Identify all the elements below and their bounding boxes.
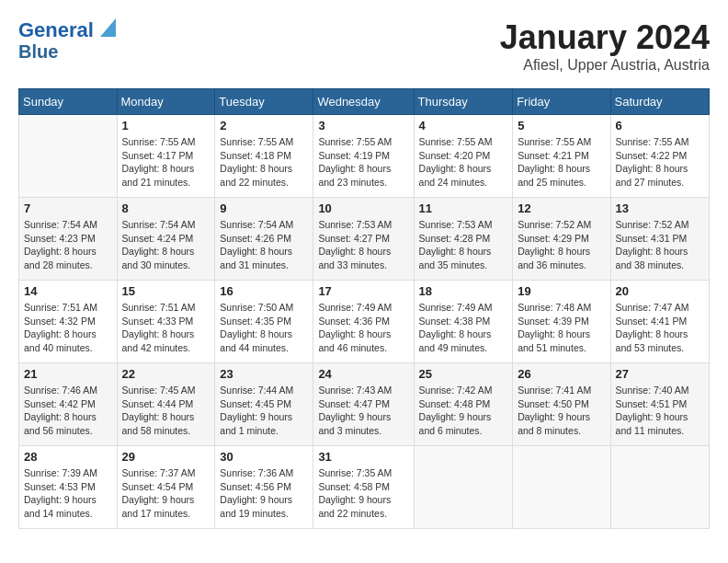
calendar-cell: 7Sunrise: 7:54 AMSunset: 4:23 PMDaylight… — [19, 198, 118, 281]
col-header-sunday: Sunday — [19, 89, 118, 115]
calendar-cell: 13Sunrise: 7:52 AMSunset: 4:31 PMDayligh… — [610, 198, 709, 281]
calendar-cell: 1Sunrise: 7:55 AMSunset: 4:17 PMDaylight… — [117, 115, 215, 198]
calendar-cell: 19Sunrise: 7:48 AMSunset: 4:39 PMDayligh… — [513, 281, 610, 363]
month-title: January 2024 — [500, 18, 710, 57]
calendar-cell: 26Sunrise: 7:41 AMSunset: 4:50 PMDayligh… — [513, 363, 610, 446]
day-info: Sunrise: 7:39 AMSunset: 4:53 PMDaylight:… — [24, 466, 112, 521]
logo: General Blue — [18, 18, 116, 61]
day-info: Sunrise: 7:42 AMSunset: 4:48 PMDaylight:… — [419, 384, 508, 438]
svg-marker-0 — [100, 18, 116, 37]
calendar-cell: 6Sunrise: 7:55 AMSunset: 4:22 PMDaylight… — [610, 115, 709, 198]
day-number: 25 — [419, 367, 508, 381]
day-number: 27 — [616, 367, 704, 381]
calendar-week-row: 1Sunrise: 7:55 AMSunset: 4:17 PMDaylight… — [19, 115, 710, 198]
logo-text: General — [18, 20, 94, 40]
col-header-monday: Monday — [117, 89, 215, 115]
calendar-cell: 25Sunrise: 7:42 AMSunset: 4:48 PMDayligh… — [414, 363, 513, 446]
calendar-cell: 2Sunrise: 7:55 AMSunset: 4:18 PMDaylight… — [215, 115, 313, 198]
calendar-cell — [513, 446, 610, 529]
calendar-cell — [19, 115, 118, 198]
title-block: January 2024 Afiesl, Upper Austria, Aust… — [500, 18, 710, 74]
day-info: Sunrise: 7:53 AMSunset: 4:27 PMDaylight:… — [318, 218, 408, 272]
calendar-cell: 8Sunrise: 7:54 AMSunset: 4:24 PMDaylight… — [117, 198, 215, 281]
day-info: Sunrise: 7:55 AMSunset: 4:20 PMDaylight:… — [419, 135, 508, 190]
day-info: Sunrise: 7:52 AMSunset: 4:29 PMDaylight:… — [518, 218, 605, 272]
day-info: Sunrise: 7:46 AMSunset: 4:42 PMDaylight:… — [24, 384, 112, 438]
calendar-cell: 5Sunrise: 7:55 AMSunset: 4:21 PMDaylight… — [513, 115, 610, 198]
day-number: 5 — [518, 119, 605, 132]
calendar-week-row: 7Sunrise: 7:54 AMSunset: 4:23 PMDaylight… — [19, 198, 710, 281]
day-number: 19 — [518, 284, 605, 298]
day-number: 28 — [24, 450, 112, 464]
calendar-week-row: 14Sunrise: 7:51 AMSunset: 4:32 PMDayligh… — [19, 281, 710, 363]
calendar-cell: 29Sunrise: 7:37 AMSunset: 4:54 PMDayligh… — [117, 446, 215, 529]
day-info: Sunrise: 7:47 AMSunset: 4:41 PMDaylight:… — [616, 301, 704, 355]
day-info: Sunrise: 7:54 AMSunset: 4:26 PMDaylight:… — [220, 218, 308, 272]
day-number: 14 — [24, 284, 112, 298]
calendar-cell: 11Sunrise: 7:53 AMSunset: 4:28 PMDayligh… — [414, 198, 513, 281]
calendar-cell: 20Sunrise: 7:47 AMSunset: 4:41 PMDayligh… — [610, 281, 709, 363]
day-info: Sunrise: 7:35 AMSunset: 4:58 PMDaylight:… — [318, 466, 408, 521]
day-number: 11 — [419, 201, 508, 215]
calendar-cell: 30Sunrise: 7:36 AMSunset: 4:56 PMDayligh… — [215, 446, 313, 529]
col-header-wednesday: Wednesday — [313, 89, 414, 115]
day-number: 10 — [318, 201, 408, 215]
location-title: Afiesl, Upper Austria, Austria — [500, 57, 710, 74]
calendar-header-row: SundayMondayTuesdayWednesdayThursdayFrid… — [19, 89, 710, 115]
day-info: Sunrise: 7:52 AMSunset: 4:31 PMDaylight:… — [616, 218, 704, 272]
col-header-friday: Friday — [513, 89, 610, 115]
day-number: 17 — [318, 284, 408, 298]
day-number: 20 — [616, 284, 704, 298]
logo-general: General — [18, 18, 94, 41]
day-number: 29 — [122, 450, 210, 464]
day-info: Sunrise: 7:55 AMSunset: 4:22 PMDaylight:… — [616, 135, 704, 190]
day-info: Sunrise: 7:49 AMSunset: 4:38 PMDaylight:… — [419, 301, 508, 355]
day-number: 2 — [220, 119, 308, 132]
logo-icon — [96, 18, 116, 39]
day-info: Sunrise: 7:41 AMSunset: 4:50 PMDaylight:… — [518, 384, 605, 438]
day-number: 31 — [318, 450, 408, 464]
day-info: Sunrise: 7:53 AMSunset: 4:28 PMDaylight:… — [419, 218, 508, 272]
day-number: 15 — [122, 284, 210, 298]
calendar-cell: 14Sunrise: 7:51 AMSunset: 4:32 PMDayligh… — [19, 281, 118, 363]
day-info: Sunrise: 7:49 AMSunset: 4:36 PMDaylight:… — [318, 301, 408, 355]
calendar-table: SundayMondayTuesdayWednesdayThursdayFrid… — [18, 88, 710, 529]
day-info: Sunrise: 7:45 AMSunset: 4:44 PMDaylight:… — [122, 384, 210, 438]
day-info: Sunrise: 7:50 AMSunset: 4:35 PMDaylight:… — [220, 301, 308, 355]
day-info: Sunrise: 7:55 AMSunset: 4:17 PMDaylight:… — [122, 135, 210, 190]
col-header-thursday: Thursday — [414, 89, 513, 115]
day-number: 4 — [419, 119, 508, 132]
day-info: Sunrise: 7:55 AMSunset: 4:21 PMDaylight:… — [518, 135, 605, 190]
day-info: Sunrise: 7:36 AMSunset: 4:56 PMDaylight:… — [220, 466, 308, 521]
day-number: 21 — [24, 367, 112, 381]
day-info: Sunrise: 7:37 AMSunset: 4:54 PMDaylight:… — [122, 466, 210, 521]
day-number: 23 — [220, 367, 308, 381]
calendar-cell: 15Sunrise: 7:51 AMSunset: 4:33 PMDayligh… — [117, 281, 215, 363]
calendar-cell: 17Sunrise: 7:49 AMSunset: 4:36 PMDayligh… — [313, 281, 414, 363]
calendar-cell: 21Sunrise: 7:46 AMSunset: 4:42 PMDayligh… — [19, 363, 118, 446]
day-info: Sunrise: 7:54 AMSunset: 4:23 PMDaylight:… — [24, 218, 112, 272]
day-info: Sunrise: 7:48 AMSunset: 4:39 PMDaylight:… — [518, 301, 605, 355]
logo-blue: Blue — [18, 42, 58, 61]
calendar-cell: 16Sunrise: 7:50 AMSunset: 4:35 PMDayligh… — [215, 281, 313, 363]
calendar-cell: 23Sunrise: 7:44 AMSunset: 4:45 PMDayligh… — [215, 363, 313, 446]
page-header: General Blue January 2024 Afiesl, Upper … — [18, 18, 710, 74]
day-number: 13 — [616, 201, 704, 215]
col-header-tuesday: Tuesday — [215, 89, 313, 115]
day-number: 30 — [220, 450, 308, 464]
day-number: 12 — [518, 201, 605, 215]
day-info: Sunrise: 7:51 AMSunset: 4:32 PMDaylight:… — [24, 301, 112, 355]
calendar-cell: 3Sunrise: 7:55 AMSunset: 4:19 PMDaylight… — [313, 115, 414, 198]
day-info: Sunrise: 7:55 AMSunset: 4:18 PMDaylight:… — [220, 135, 308, 190]
calendar-cell: 9Sunrise: 7:54 AMSunset: 4:26 PMDaylight… — [215, 198, 313, 281]
day-info: Sunrise: 7:51 AMSunset: 4:33 PMDaylight:… — [122, 301, 210, 355]
day-info: Sunrise: 7:40 AMSunset: 4:51 PMDaylight:… — [616, 384, 704, 438]
day-info: Sunrise: 7:44 AMSunset: 4:45 PMDaylight:… — [220, 384, 308, 438]
calendar-cell: 27Sunrise: 7:40 AMSunset: 4:51 PMDayligh… — [610, 363, 709, 446]
day-number: 6 — [616, 119, 704, 132]
day-info: Sunrise: 7:43 AMSunset: 4:47 PMDaylight:… — [318, 384, 408, 438]
calendar-cell: 10Sunrise: 7:53 AMSunset: 4:27 PMDayligh… — [313, 198, 414, 281]
day-number: 8 — [122, 201, 210, 215]
calendar-cell: 4Sunrise: 7:55 AMSunset: 4:20 PMDaylight… — [414, 115, 513, 198]
calendar-cell: 31Sunrise: 7:35 AMSunset: 4:58 PMDayligh… — [313, 446, 414, 529]
